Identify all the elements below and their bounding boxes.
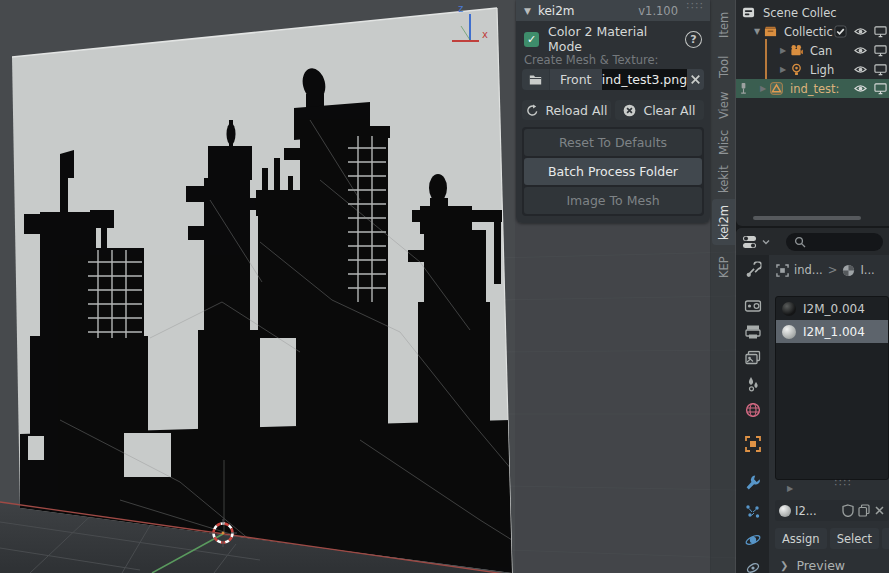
reload-icon <box>526 104 539 117</box>
outliner-row-light[interactable]: ▶ Ligh <box>736 60 889 79</box>
monitor-icon[interactable] <box>874 63 887 76</box>
physics-tab-icon[interactable] <box>744 532 761 549</box>
panel-collapse-icon[interactable]: ▼ <box>524 6 531 16</box>
material-breadcrumb-icon <box>842 264 855 277</box>
reload-all-button[interactable]: Reload All <box>522 100 611 120</box>
output-tab-icon[interactable] <box>745 325 761 340</box>
material-action-buttons: Assign Select Des <box>775 528 889 549</box>
object-tab-icon[interactable] <box>745 436 761 452</box>
reset-to-defaults-button[interactable]: Reset To Defaults <box>524 129 702 156</box>
close-icon <box>689 73 702 86</box>
outliner-row-camera[interactable]: ▶ Can <box>736 41 889 60</box>
gizmo-z-label: z <box>458 3 463 14</box>
object-breadcrumb-icon <box>776 264 789 277</box>
material-slot-name: I2M_0.004 <box>803 302 865 316</box>
material-sphere-icon <box>779 505 791 517</box>
tab-tool[interactable]: Tool <box>712 49 735 85</box>
fake-user-shield-icon[interactable] <box>842 504 854 517</box>
select-button[interactable]: Select <box>830 528 879 549</box>
expand-icon[interactable]: ▶ <box>758 84 768 93</box>
panel-version: v1.100 <box>638 4 678 18</box>
image-filename-field[interactable]: ind_test3.png <box>602 69 687 90</box>
properties-tab-rail <box>736 255 769 573</box>
camera-icon <box>790 44 803 57</box>
collection-label: Collectic <box>784 25 833 39</box>
checkbox-icon[interactable] <box>834 25 847 38</box>
tab-kep[interactable]: KEP <box>712 249 735 285</box>
specials-expand-icon[interactable]: ▶ <box>785 484 795 493</box>
list-resize-grip-icon[interactable] <box>834 484 850 492</box>
tab-view[interactable]: View <box>712 87 735 123</box>
panel-grip-icon[interactable] <box>686 7 702 15</box>
color2material-label: Color 2 Material Mode <box>548 24 685 54</box>
editor-type-button[interactable] <box>742 234 770 250</box>
sidebar-region: ▼ kei2m v1.100 ✓ Color 2 Material Mode ?… <box>515 0 711 573</box>
outliner-row-scene-collection[interactable]: Scene Collec <box>736 3 889 22</box>
render-tab-icon[interactable] <box>744 299 761 314</box>
expand-icon[interactable]: ▶ <box>778 46 788 55</box>
monitor-icon[interactable] <box>874 82 887 95</box>
operator-stack: Reset To Defaults Batch Process Folder I… <box>522 127 704 216</box>
batch-process-folder-button[interactable]: Batch Process Folder <box>524 158 702 185</box>
clear-all-button[interactable]: Clear All <box>615 100 704 120</box>
modifiers-tab-icon[interactable] <box>744 474 761 491</box>
material-slot-row[interactable]: I2M_0.004 <box>776 297 888 320</box>
breadcrumb-separator: > <box>828 263 838 277</box>
clear-image-button[interactable] <box>687 69 704 90</box>
color2material-checkbox[interactable]: ✓ <box>524 32 539 47</box>
properties-editor-icon <box>742 234 760 250</box>
material-sphere-icon <box>782 302 796 316</box>
clear-all-icon <box>623 104 636 117</box>
scene-tab-icon[interactable] <box>745 376 761 392</box>
viewlayer-tab-icon[interactable] <box>745 351 761 366</box>
deselect-button[interactable]: Des <box>882 528 889 549</box>
preview-section-header[interactable]: ❯ Preview <box>780 558 845 573</box>
sidebar-tab-strip: Item Tool View Misc kekit kei2m KEP <box>710 0 735 573</box>
eye-icon[interactable] <box>854 25 867 38</box>
tab-item[interactable]: Item <box>712 4 735 46</box>
eye-icon[interactable] <box>854 63 867 76</box>
material-name-field[interactable]: I2... <box>795 504 817 518</box>
world-tab-icon[interactable] <box>745 402 761 418</box>
outliner-row-collection[interactable]: ▼ Collectic <box>736 22 889 41</box>
eye-icon[interactable] <box>854 44 867 57</box>
scene-collection-icon <box>742 6 755 19</box>
chevron-down-icon <box>762 238 770 246</box>
assign-button[interactable]: Assign <box>775 528 827 549</box>
mesh-label: ind_test: <box>790 82 840 96</box>
constraints-tab-icon[interactable] <box>745 560 761 573</box>
gizmo-x-label: x <box>482 29 488 40</box>
outliner-row-mesh-selected[interactable]: ▶ ind_test: <box>736 79 889 98</box>
blender-window: z x ▼ kei2m v1.100 ✓ Color 2 Material Mo… <box>0 0 889 573</box>
breadcrumb-material[interactable]: I... <box>860 263 874 277</box>
material-slots-list: I2M_0.004 I2M_1.004 <box>775 296 889 480</box>
expand-icon[interactable]: ▼ <box>752 27 762 36</box>
monitor-icon[interactable] <box>874 44 887 57</box>
search-input[interactable] <box>786 233 883 251</box>
expand-icon[interactable]: ▶ <box>778 65 788 74</box>
light-label: Ligh <box>810 63 834 77</box>
direction-dropdown[interactable]: Front <box>549 69 602 90</box>
help-icon[interactable]: ? <box>685 31 702 48</box>
monitor-icon[interactable] <box>874 25 887 38</box>
material-slot-row-selected[interactable]: I2M_1.004 <box>776 320 888 343</box>
properties-panel: ind... > I... I2M_0.004 I2M_1.004 ▶ <box>736 228 889 573</box>
collection-icon <box>764 25 777 38</box>
kei2m-panel-header[interactable]: ▼ kei2m v1.100 <box>516 0 710 21</box>
properties-header <box>736 228 889 255</box>
particles-tab-icon[interactable] <box>745 504 761 520</box>
breadcrumb-object[interactable]: ind... <box>794 263 823 277</box>
outliner-horizontal-scrollbar[interactable] <box>753 216 861 220</box>
tool-tab-icon[interactable] <box>744 262 761 279</box>
panel-title: kei2m <box>538 4 575 18</box>
tab-kekit[interactable]: kekit <box>712 161 735 197</box>
open-file-button[interactable] <box>522 69 549 90</box>
duplicate-icon[interactable] <box>858 504 870 517</box>
unlink-icon[interactable] <box>874 505 885 516</box>
material-datablock-row: I2... <box>775 500 889 521</box>
eye-icon[interactable] <box>854 82 867 95</box>
tab-kei2m[interactable]: kei2m <box>712 199 735 245</box>
material-slot-name: I2M_1.004 <box>803 325 865 339</box>
tab-misc[interactable]: Misc <box>712 125 735 159</box>
image-to-mesh-button[interactable]: Image To Mesh <box>524 187 702 214</box>
